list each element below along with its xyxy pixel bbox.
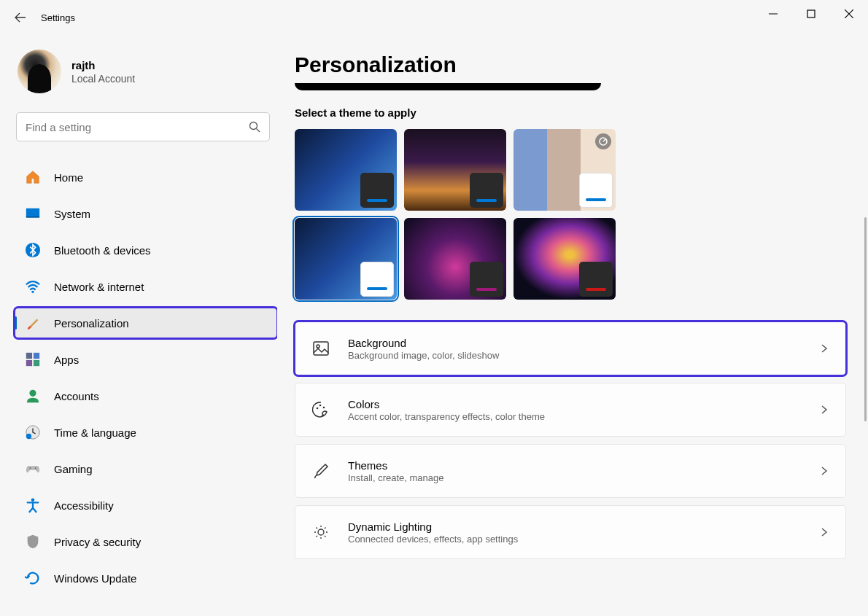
card-themes[interactable]: Themes Install, create, manage [295,444,846,498]
palette-icon [311,400,330,419]
svg-point-12 [26,434,31,439]
page-title: Personalization [295,52,846,77]
nav-item-network[interactable]: Network & internet [15,271,277,302]
card-title: Colors [348,398,802,410]
nav-item-apps[interactable]: Apps [15,344,277,375]
app-title: Settings [41,12,75,23]
titlebar: Settings [0,0,868,35]
close-button[interactable] [830,0,868,28]
card-background[interactable]: Background Background image, color, slid… [295,321,846,375]
card-subtitle: Install, create, manage [348,472,802,483]
wifi-icon [25,278,41,295]
chevron-right-icon [819,527,829,537]
nav-item-gaming[interactable]: Gaming [15,453,277,484]
card-title: Background [348,337,802,349]
home-icon [25,169,41,185]
svg-point-5 [31,291,34,293]
card-title: Dynamic Lighting [348,521,802,533]
nav-item-bluetooth[interactable]: Bluetooth & devices [15,235,277,265]
nav-label: System [54,208,90,220]
svg-point-1 [250,122,257,130]
svg-point-20 [319,405,322,407]
svg-point-14 [35,467,36,469]
clock-icon [25,424,41,440]
svg-rect-3 [26,217,39,218]
scrollbar[interactable] [864,217,867,421]
chevron-right-icon [819,343,829,354]
back-button[interactable] [6,3,35,32]
theme-tile-2[interactable] [514,129,616,211]
svg-point-19 [317,408,319,410]
nav-item-privacy[interactable]: Privacy & security [15,526,277,557]
nav-list: Home System Bluetooth & devices Network … [15,162,277,593]
chevron-right-icon [819,466,829,476]
brush-icon [311,461,330,480]
card-title: Themes [348,459,802,472]
svg-point-15 [31,498,35,502]
paintbrush-icon [25,315,41,331]
nav-item-time[interactable]: Time & language [15,417,277,448]
search-icon [249,121,260,133]
nav-label: Time & language [54,426,136,439]
nav-label: Network & internet [54,281,144,293]
theme-tile-5[interactable] [514,218,616,300]
apps-icon [25,351,41,367]
desktop-preview-strip [295,83,601,90]
theme-grid [295,129,846,300]
sidebar: rajth Local Account Home Syst [0,35,277,616]
nav-label: Home [54,171,83,184]
nav-label: Apps [54,354,79,366]
maximize-button[interactable] [792,0,830,28]
card-subtitle: Background image, color, slideshow [348,350,802,361]
nav-label: Bluetooth & devices [54,244,151,257]
nav-item-update[interactable]: Windows Update [15,563,277,593]
svg-rect-7 [34,353,39,359]
spotlight-icon [595,133,611,149]
user-block[interactable]: rajth Local Account [15,41,277,108]
theme-tile-1[interactable] [404,129,506,211]
svg-rect-6 [26,353,32,359]
nav-item-home[interactable]: Home [15,162,277,192]
image-icon [311,339,330,358]
accounts-icon [25,388,41,404]
nav-label: Personalization [54,317,129,330]
theme-heading: Select a theme to apply [295,106,846,119]
update-icon [25,570,41,586]
card-colors[interactable]: Colors Accent color, transparency effect… [295,383,846,437]
avatar [18,50,61,93]
window-controls [754,0,868,28]
card-subtitle: Connected devices, effects, app settings [348,534,802,545]
svg-rect-2 [26,208,39,218]
svg-point-18 [317,345,319,348]
theme-tile-3[interactable] [295,218,397,300]
bluetooth-icon [25,242,41,258]
svg-point-22 [318,529,324,535]
svg-point-10 [29,390,36,397]
card-dynamic-lighting[interactable]: Dynamic Lighting Connected devices, effe… [295,505,846,559]
svg-point-21 [323,407,325,409]
nav-item-accessibility[interactable]: Accessibility [15,490,277,521]
svg-rect-8 [26,360,32,366]
minimize-button[interactable] [754,0,792,28]
nav-label: Accounts [54,390,99,402]
shield-icon [25,534,41,550]
theme-tile-4[interactable] [404,218,506,300]
svg-rect-17 [314,342,328,355]
accessibility-icon [25,497,41,513]
user-account-type: Local Account [71,73,135,85]
nav-item-personalization[interactable]: Personalization [15,308,277,338]
nav-label: Privacy & security [54,536,141,548]
back-arrow-icon [15,12,26,23]
theme-tile-0[interactable] [295,129,397,211]
svg-point-13 [29,467,31,469]
svg-rect-9 [34,360,39,366]
card-subtitle: Accent color, transparency effects, colo… [348,411,802,422]
nav-item-accounts[interactable]: Accounts [15,381,277,411]
gaming-icon [25,461,41,477]
search-input[interactable] [26,121,249,133]
main-content: Personalization Select a theme to apply [277,35,868,616]
search-box[interactable] [16,112,270,141]
nav-label: Gaming [54,463,93,475]
nav-item-system[interactable]: System [15,198,277,229]
svg-rect-0 [807,10,815,17]
